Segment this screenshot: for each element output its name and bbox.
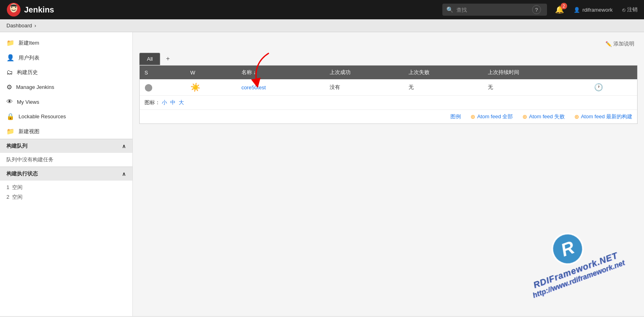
sidebar-label-user-list: 用户列表 — [19, 54, 39, 62]
breadcrumb-home[interactable]: Dashboard — [6, 23, 32, 29]
user-list-icon: 👤 — [6, 54, 14, 62]
job-last-duration-cell: 无 — [483, 79, 589, 96]
logout-icon: ⎋ — [622, 7, 625, 13]
icon-size-medium[interactable]: 中 — [170, 99, 175, 106]
sidebar-label-manage-jenkins: Manage Jenkins — [16, 84, 54, 90]
col-header-name[interactable]: 名称 ↓ — [237, 66, 325, 79]
build-status-content: 1 空闲 2 空闲 — [0, 181, 132, 204]
feed-latest-icon: ⊛ — [574, 113, 579, 120]
notification-badge: 2 — [561, 3, 567, 9]
sidebar: 📁 新建Item 👤 用户列表 🗂 构建历史 ⚙ Manage Jenkins … — [0, 32, 133, 316]
jenkins-logo[interactable]: Jenkins — [6, 2, 54, 17]
icon-size-large[interactable]: 大 — [179, 99, 184, 106]
build-queue-content: 队列中没有构建任务 — [0, 153, 132, 167]
col-header-w: W — [186, 66, 237, 79]
breadcrumb-separator: › — [35, 23, 36, 29]
executor-2: 2 空闲 — [6, 193, 126, 201]
bottom-bar: 图例 ⊛ Atom feed 全部 ⊛ Atom feed 失败 ⊛ Atom … — [140, 109, 637, 124]
user-menu[interactable]: 👤 rdiframework — [574, 7, 613, 13]
col-header-last-success: 上次成功 — [325, 66, 404, 79]
username-label: rdiframework — [582, 7, 613, 13]
job-status-cell: ⬤ — [140, 79, 186, 96]
col-header-last-duration: 上次持续时间 — [483, 66, 589, 79]
add-description-label: 添加说明 — [613, 40, 634, 47]
breadcrumb: Dashboard › — [0, 19, 644, 32]
manage-jenkins-icon: ⚙ — [6, 83, 12, 91]
my-views-icon: 👁 — [6, 98, 13, 105]
feed-fail-label: Atom feed 失败 — [529, 113, 565, 120]
edit-icon: ✏️ — [605, 41, 612, 47]
svg-point-2 — [11, 7, 12, 8]
sidebar-item-build-history[interactable]: 🗂 构建历史 — [0, 65, 132, 80]
view-tabs: All + — [139, 52, 638, 65]
build-queue-section[interactable]: 构建队列 ∧ — [0, 139, 132, 153]
feed-all-label: Atom feed 全部 — [477, 113, 513, 120]
tab-add-button[interactable]: + — [161, 52, 174, 65]
col-header-rss — [589, 66, 637, 79]
feed-all-link[interactable]: ⊛ Atom feed 全部 — [471, 113, 513, 120]
col-header-last-failure: 上次失败 — [404, 66, 483, 79]
feed-latest-label: Atom feed 最新的构建 — [581, 113, 632, 120]
sidebar-label-my-views: My Views — [17, 99, 39, 105]
feed-all-icon: ⊛ — [471, 113, 475, 120]
sidebar-item-new-item[interactable]: 📁 新建Item — [0, 35, 132, 50]
build-history-icon: 🗂 — [6, 69, 13, 76]
feed-fail-icon: ⊛ — [522, 113, 527, 120]
job-last-failure-cell: 无 — [404, 79, 483, 96]
search-bar: 🔍 ? — [442, 4, 547, 16]
build-queue-chevron: ∧ — [122, 143, 126, 149]
main-content: ✏️ 添加说明 All + S W 名称 ↓ 上次成功 — [133, 32, 644, 316]
sidebar-item-manage-jenkins[interactable]: ⚙ Manage Jenkins — [0, 80, 132, 95]
feed-fail-link[interactable]: ⊛ Atom feed 失败 — [522, 113, 565, 120]
job-last-success-cell: 没有 — [325, 79, 404, 96]
search-icon: 🔍 — [446, 6, 453, 13]
new-item-icon: 📁 — [6, 39, 14, 47]
icon-size-bar: 图标： 小 中 大 — [140, 96, 637, 109]
add-description-button[interactable]: ✏️ 添加说明 — [602, 39, 638, 49]
col-header-s: S — [140, 66, 186, 79]
notification-bell[interactable]: 🔔 2 — [555, 5, 564, 14]
sidebar-item-user-list[interactable]: 👤 用户列表 — [0, 50, 132, 65]
build-status-label: 构建执行状态 — [6, 170, 38, 177]
table-row: ⬤ ☀️ core50test — [140, 79, 637, 96]
build-status-chevron: ∧ — [122, 171, 126, 177]
user-icon: 👤 — [574, 7, 580, 13]
status-icon: ⬤ — [144, 83, 153, 91]
feed-latest-link[interactable]: ⊛ Atom feed 最新的构建 — [574, 113, 632, 120]
new-view-icon: 📁 — [6, 128, 14, 135]
build-status-section[interactable]: 构建执行状态 ∧ — [0, 167, 132, 181]
sidebar-label-build-history: 构建历史 — [17, 69, 38, 76]
sidebar-item-my-views[interactable]: 👁 My Views — [0, 95, 132, 109]
main-layout: 📁 新建Item 👤 用户列表 🗂 构建历史 ⚙ Manage Jenkins … — [0, 32, 644, 316]
executor-1: 1 空闲 — [6, 184, 126, 191]
job-weather-cell: ☀️ — [186, 79, 237, 96]
search-input[interactable] — [456, 7, 529, 13]
logout-button[interactable]: ⎋ 注销 — [622, 6, 638, 13]
icon-size-text: 图标： — [144, 99, 160, 106]
sidebar-label-new-view: 新建视图 — [19, 128, 39, 135]
weather-icon: ☀️ — [190, 83, 200, 92]
rss-icon: 🕐 — [594, 83, 603, 91]
jobs-table-container: S W 名称 ↓ 上次成功 上次失败 上次持续时间 ⬤ — [139, 65, 638, 124]
legend-link[interactable]: 图例 — [450, 113, 461, 120]
job-link[interactable]: core50test — [242, 84, 266, 91]
icon-size-small[interactable]: 小 — [162, 99, 167, 106]
sidebar-label-new-item: 新建Item — [19, 39, 39, 47]
tab-all[interactable]: All — [139, 53, 160, 65]
sidebar-item-lockable-resources[interactable]: 🔒 Lockable Resources — [0, 109, 132, 124]
header: Jenkins 🔍 ? 🔔 2 👤 rdiframework ⎋ 注销 — [0, 0, 644, 19]
sidebar-label-lockable-resources: Lockable Resources — [19, 113, 66, 119]
table-header-row: S W 名称 ↓ 上次成功 上次失败 上次持续时间 — [140, 66, 637, 79]
lockable-resources-icon: 🔒 — [6, 113, 14, 120]
job-name-cell: core50test — [237, 79, 325, 96]
jobs-table: S W 名称 ↓ 上次成功 上次失败 上次持续时间 ⬤ — [140, 66, 637, 96]
jenkins-logo-icon — [6, 2, 21, 17]
sidebar-item-new-view[interactable]: 📁 新建视图 — [0, 124, 132, 139]
build-queue-label: 构建队列 — [6, 142, 27, 150]
help-icon[interactable]: ? — [532, 5, 541, 14]
svg-point-3 — [15, 7, 17, 8]
job-rss-cell: 🕐 — [589, 79, 637, 96]
logout-label: 注销 — [627, 6, 638, 13]
